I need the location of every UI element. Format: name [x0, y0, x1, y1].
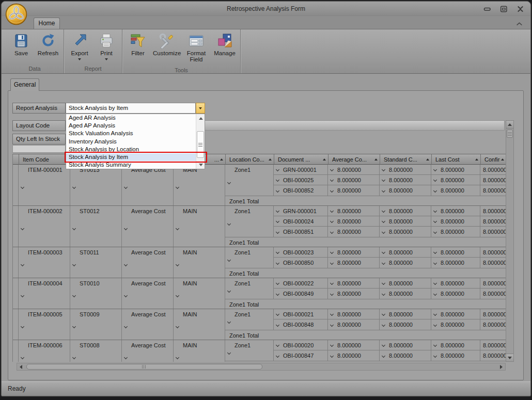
- cell-standard-cost[interactable]: 8.000000: [380, 289, 431, 299]
- cell-average-cost[interactable]: 8.000000: [328, 185, 380, 196]
- horizontal-scrollbar[interactable]: [17, 363, 506, 371]
- cell-average-cost[interactable]: 8.000000: [328, 319, 380, 330]
- cell-last-cost[interactable]: 8.000000: [431, 175, 480, 185]
- cell-location[interactable]: MAIN: [174, 206, 225, 247]
- column-header-last-cost[interactable]: Last Cost: [432, 154, 481, 165]
- ribbon-button-refresh[interactable]: Refresh: [35, 30, 61, 65]
- cell-confirmed-cost[interactable]: 8.000000: [480, 247, 506, 257]
- cell-last-cost[interactable]: 8.000000: [431, 309, 480, 319]
- cell-standard-cost[interactable]: 8.000000: [380, 258, 431, 268]
- cell-standard-cost[interactable]: 8.000000: [380, 227, 431, 237]
- cell-confirmed-cost[interactable]: 8.000000: [480, 340, 506, 350]
- cell-document[interactable]: OBI-000850: [274, 258, 328, 268]
- cell-last-cost[interactable]: 8.000000: [431, 319, 480, 330]
- ribbon-button-format-field[interactable]: Format Field: [181, 30, 211, 67]
- restore-button[interactable]: [500, 6, 508, 12]
- cell-document[interactable]: OBI-000849: [274, 289, 328, 299]
- cell-costing-method[interactable]: Average Cost: [122, 340, 174, 362]
- title-bar[interactable]: Retrospective Analysis Form: [2, 2, 530, 16]
- cell-average-cost[interactable]: 8.000000: [328, 206, 380, 216]
- scroll-up-button[interactable]: [197, 115, 205, 122]
- column-header-document[interactable]: Document ...: [274, 154, 328, 165]
- column-header-confirm[interactable]: Confirm: [481, 154, 506, 165]
- cell-costing-method[interactable]: Average Cost: [122, 247, 174, 278]
- vertical-scroll-thumb[interactable]: [507, 130, 513, 138]
- cell-average-cost[interactable]: 8.000000: [328, 227, 380, 237]
- cell-confirmed-cost[interactable]: 8.000000: [480, 227, 506, 237]
- row-indicator[interactable]: [13, 278, 19, 309]
- scroll-right-button[interactable]: [497, 363, 505, 370]
- cell-standard-cost[interactable]: 8.000000: [380, 319, 431, 330]
- cell-confirmed-cost[interactable]: 8.000000: [480, 319, 506, 330]
- cell-zone[interactable]: Zone1: [225, 340, 274, 361]
- cell-standard-cost[interactable]: 8.000000: [380, 175, 431, 185]
- cell-item-code[interactable]: ITEM-000003: [19, 247, 70, 278]
- cell-costing-method[interactable]: Average Cost: [122, 309, 174, 340]
- cell-document[interactable]: OBI-000025: [274, 175, 328, 185]
- dropdown-option[interactable]: Stock Valuation Analysis: [66, 130, 196, 137]
- cell-standard-cost[interactable]: 8.000000: [380, 278, 431, 288]
- cell-zone[interactable]: Zone1: [225, 309, 274, 330]
- ribbon-button-export[interactable]: Export: [66, 30, 93, 65]
- scroll-down-button[interactable]: [197, 161, 205, 168]
- row-indicator[interactable]: [13, 340, 19, 362]
- cell-location[interactable]: MAIN: [174, 278, 225, 309]
- cell-standard-cost[interactable]: 8.000000: [380, 206, 431, 216]
- cell-standard-cost[interactable]: 8.000000: [380, 350, 431, 361]
- column-header-average-co[interactable]: Average Co...: [328, 154, 380, 165]
- vertical-scrollbar[interactable]: [506, 120, 514, 362]
- cell-location[interactable]: MAIN: [174, 247, 225, 278]
- cell-document[interactable]: GRN-000001: [274, 165, 328, 174]
- cell-standard-cost[interactable]: 8.000000: [380, 340, 431, 350]
- cell-confirmed-cost[interactable]: 8.000000: [480, 216, 506, 226]
- cell-last-cost[interactable]: 8.000000: [431, 340, 480, 350]
- cell-stock-code[interactable]: ST0010: [70, 278, 122, 309]
- cell-confirmed-cost[interactable]: 8.000000: [480, 350, 506, 361]
- cell-stock-code[interactable]: ST0013: [70, 165, 122, 205]
- cell-item-code[interactable]: ITEM-000001: [19, 165, 70, 205]
- dropdown-option[interactable]: Inventory Analysis: [66, 138, 196, 146]
- cell-average-cost[interactable]: 8.000000: [328, 247, 380, 257]
- cell-average-cost[interactable]: 8.000000: [328, 165, 380, 174]
- cell-document[interactable]: OBI-000848: [274, 319, 328, 330]
- cell-document[interactable]: OBI-000852: [274, 185, 328, 196]
- dropdown-option[interactable]: Aged AR Analysis: [66, 114, 196, 122]
- column-header-item-code[interactable]: Item Code: [19, 154, 71, 165]
- qty-left-in-stock-field[interactable]: [12, 145, 66, 153]
- row-indicator[interactable]: [13, 309, 19, 340]
- cell-last-cost[interactable]: 8.000000: [431, 227, 480, 237]
- cell-last-cost[interactable]: 8.000000: [431, 216, 480, 226]
- cell-last-cost[interactable]: 8.000000: [431, 185, 480, 196]
- scroll-down-button[interactable]: [506, 354, 513, 361]
- cell-item-code[interactable]: ITEM-000005: [19, 309, 70, 340]
- ribbon-button-print[interactable]: Print: [93, 30, 120, 65]
- cell-confirmed-cost[interactable]: 8.000000: [480, 175, 506, 185]
- cell-item-code[interactable]: ITEM-000004: [19, 278, 70, 309]
- cell-standard-cost[interactable]: 8.000000: [380, 165, 431, 174]
- row-indicator[interactable]: [13, 206, 19, 247]
- cell-item-code[interactable]: ITEM-000002: [19, 206, 70, 247]
- cell-average-cost[interactable]: 8.000000: [328, 289, 380, 299]
- cell-document[interactable]: OBI-000022: [274, 278, 328, 288]
- dropdown-option[interactable]: Aged AP Analysis: [66, 122, 196, 130]
- ribbon-button-filter[interactable]: Filter: [124, 30, 151, 67]
- cell-zone[interactable]: Zone1: [225, 206, 274, 237]
- report-analysis-combobox[interactable]: Stock Analysis by Item: [66, 103, 196, 114]
- cell-document[interactable]: OBI-000021: [274, 309, 328, 319]
- combo-dropdown-button[interactable]: [196, 103, 205, 114]
- app-logo-icon[interactable]: [5, 3, 28, 26]
- cell-standard-cost[interactable]: 8.000000: [380, 185, 431, 196]
- cell-last-cost[interactable]: 8.000000: [431, 258, 480, 268]
- cell-average-cost[interactable]: 8.000000: [328, 175, 380, 185]
- cell-costing-method[interactable]: Average Cost: [122, 165, 174, 205]
- dropdown-scroll-thumb[interactable]: [197, 131, 204, 158]
- cell-document[interactable]: OBI-000847: [274, 350, 328, 361]
- cell-average-cost[interactable]: 8.000000: [328, 216, 380, 226]
- scroll-up-button[interactable]: [506, 121, 513, 129]
- cell-standard-cost[interactable]: 8.000000: [380, 216, 431, 226]
- cell-confirmed-cost[interactable]: 8.000000: [480, 289, 506, 299]
- cell-document[interactable]: OBI-000024: [274, 216, 328, 226]
- cell-document[interactable]: OBI-000023: [274, 247, 328, 257]
- cell-document[interactable]: GRN-000001: [274, 206, 328, 216]
- horizontal-scroll-thumb[interactable]: [26, 364, 262, 370]
